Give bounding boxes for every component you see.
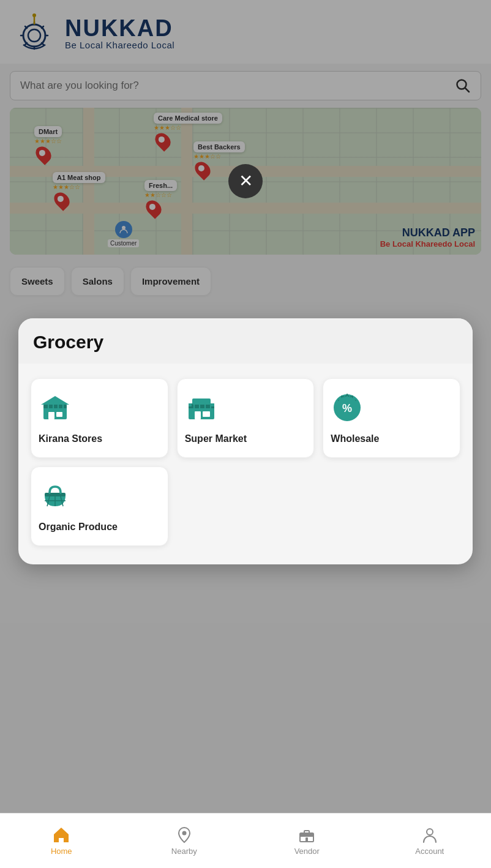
account-icon (421, 826, 439, 844)
svg-rect-24 (195, 411, 201, 419)
svg-rect-38 (45, 493, 66, 496)
wholesale-label: Wholesale (331, 433, 379, 446)
nav-item-account[interactable]: Account (369, 821, 492, 861)
nav-label-account: Account (415, 847, 444, 856)
close-modal-button[interactable]: ✕ (228, 164, 263, 198)
grocery-modal: Grocery Kirana Stores (18, 318, 473, 564)
nearby-icon (175, 826, 193, 844)
nav-item-nearby[interactable]: Nearby (123, 821, 246, 861)
svg-rect-25 (203, 411, 210, 417)
nav-item-home[interactable]: Home (0, 821, 123, 861)
category-card-kirana[interactable]: Kirana Stores (31, 378, 168, 458)
category-card-wholesale[interactable]: % % Wholesale (323, 378, 460, 458)
category-card-organic[interactable]: Organic Produce (31, 466, 168, 546)
modal-category-grid-row2: Organic Produce (31, 466, 460, 546)
organic-label: Organic Produce (39, 521, 118, 534)
close-icon: ✕ (239, 173, 253, 190)
svg-rect-16 (48, 412, 54, 419)
empty-card-2 (323, 466, 460, 546)
svg-rect-32 (189, 403, 192, 406)
supermarket-label: Super Market (185, 433, 247, 446)
svg-point-43 (182, 831, 186, 836)
home-icon (52, 826, 70, 844)
nav-item-vendor[interactable]: Vendor (246, 821, 369, 861)
category-card-supermarket[interactable]: Super Market (177, 378, 315, 458)
nav-label-home: Home (51, 847, 72, 856)
modal-title: Grocery (18, 318, 473, 364)
empty-card-1 (177, 466, 315, 546)
kirana-label: Kirana Stores (39, 433, 102, 446)
svg-text:%: % (342, 402, 352, 414)
organic-icon (39, 479, 72, 512)
nav-label-nearby: Nearby (171, 847, 197, 856)
bottom-navigation: Home Nearby Vendor Account (0, 813, 491, 868)
svg-rect-17 (56, 412, 62, 417)
svg-rect-31 (192, 398, 211, 405)
supermarket-icon (185, 391, 218, 424)
svg-point-48 (427, 829, 433, 835)
kirana-icon (39, 391, 72, 424)
wholesale-icon: % % (331, 391, 364, 424)
nav-label-vendor: Vendor (294, 847, 320, 856)
vendor-icon (298, 826, 316, 844)
svg-rect-33 (211, 403, 214, 406)
modal-category-grid: Kirana Stores Super Market (31, 378, 460, 458)
svg-rect-47 (305, 837, 308, 842)
